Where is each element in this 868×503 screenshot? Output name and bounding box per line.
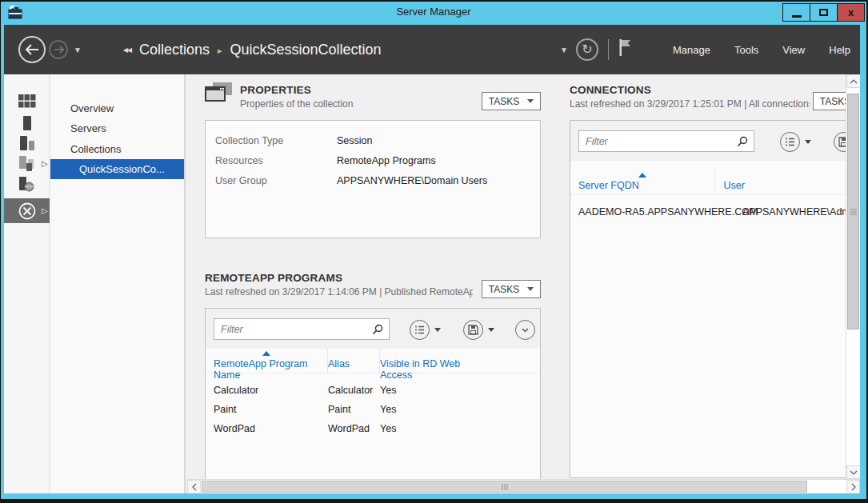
menu-help[interactable]: Help bbox=[829, 44, 850, 56]
scroll-left-button[interactable] bbox=[187, 480, 201, 493]
menu-view[interactable]: View bbox=[782, 44, 805, 56]
sidebar-item-remote-desktop-services[interactable]: ▷ bbox=[4, 198, 50, 223]
properties-panel-icon bbox=[205, 82, 234, 108]
forward-arrow-icon bbox=[54, 46, 64, 54]
window-title: Server Manager bbox=[1, 6, 866, 18]
breadcrumb-collections[interactable]: Collections bbox=[139, 42, 210, 58]
remoteapp-row-wordpad[interactable]: WordPad WordPad Yes bbox=[206, 419, 540, 438]
remoteapp-row-paint[interactable]: Paint Paint Yes bbox=[206, 400, 540, 419]
remoteapp-toolbar bbox=[206, 309, 540, 349]
horizontal-scrollbar[interactable] bbox=[187, 479, 860, 493]
connections-box: Server FQDN User AADEMO-RA5.APPSANYWHERE… bbox=[570, 120, 860, 478]
property-value: Session bbox=[337, 135, 372, 146]
window-controls: x bbox=[783, 3, 865, 22]
list-view-icon[interactable] bbox=[410, 320, 430, 340]
connections-filter-input[interactable] bbox=[578, 130, 754, 152]
iis-icon bbox=[19, 177, 34, 192]
chevron-down-icon bbox=[527, 287, 534, 291]
scroll-right-button[interactable] bbox=[846, 480, 860, 493]
remoteapp-filter-input[interactable] bbox=[214, 318, 390, 340]
sidebar-item-all-servers[interactable] bbox=[4, 133, 50, 154]
chevron-down-icon[interactable] bbox=[434, 328, 441, 332]
column-header-remoteapp-program-name[interactable]: RemoteApp Program Name bbox=[206, 349, 328, 373]
sidebar-item-file-and-storage-services[interactable]: ▷ bbox=[4, 153, 50, 174]
column-header-alias[interactable]: Alias bbox=[328, 349, 380, 373]
collapse-panel-icon[interactable] bbox=[515, 320, 535, 340]
column-header-user[interactable]: User bbox=[715, 170, 860, 194]
vertical-scroll-thumb[interactable] bbox=[847, 94, 859, 329]
property-label: User Group bbox=[215, 175, 337, 186]
breadcrumb-collapse-icon[interactable]: ◂◂ bbox=[123, 44, 131, 55]
property-value: RemoteApp Programs bbox=[337, 155, 436, 166]
remoteapp-tasks-button[interactable]: TASKS bbox=[482, 280, 541, 298]
sidebar-item-overview[interactable]: Overview bbox=[50, 98, 184, 118]
cell-visible: Yes bbox=[380, 385, 492, 396]
breadcrumb-separator-icon: ▸ bbox=[218, 46, 222, 56]
cell-alias: WordPad bbox=[328, 423, 380, 434]
notifications-flag-icon[interactable] bbox=[618, 38, 631, 61]
remoteapp-box: RemoteApp Program Name Alias Visible in … bbox=[205, 308, 541, 486]
connections-toolbar bbox=[570, 121, 860, 161]
cell-user: APPSANYWHERE\Administrator bbox=[734, 206, 860, 218]
remoteapp-row-calculator[interactable]: Calculator Calculator Yes bbox=[206, 381, 540, 400]
sidebar-item-collections[interactable]: Collections bbox=[50, 139, 184, 159]
save-query-icon[interactable] bbox=[463, 320, 483, 340]
minimize-button[interactable] bbox=[782, 3, 810, 22]
forward-button[interactable] bbox=[49, 40, 68, 59]
breadcrumb: ◂◂ Collections ▸ QuickSessionCollection bbox=[123, 42, 382, 58]
chevron-down-icon[interactable] bbox=[488, 328, 494, 332]
expand-arrow-icon[interactable]: ▷ bbox=[42, 159, 48, 168]
tasks-label: TASKS bbox=[489, 96, 519, 107]
refresh-button[interactable]: ↻ bbox=[576, 38, 598, 61]
cell-program-name: WordPad bbox=[206, 423, 328, 434]
maximize-icon bbox=[819, 9, 828, 16]
tasks-label: TASKS bbox=[489, 284, 519, 295]
properties-tasks-button[interactable]: TASKS bbox=[482, 92, 541, 110]
notifications-caret[interactable]: ▼ bbox=[560, 46, 568, 54]
expand-arrow-icon[interactable]: ▷ bbox=[42, 206, 48, 215]
vertical-scrollbar[interactable] bbox=[846, 74, 860, 479]
column-header-server-fqdn[interactable]: Server FQDN bbox=[570, 170, 715, 194]
scroll-down-button[interactable] bbox=[846, 465, 860, 479]
menu-manage[interactable]: Manage bbox=[673, 44, 710, 56]
cell-visible: Yes bbox=[380, 404, 492, 415]
sidebar-item-servers[interactable]: Servers bbox=[50, 118, 184, 138]
server-manager-window: Server Manager x ▼ ◂◂ Collections bbox=[0, 1, 867, 500]
cell-server-fqdn: AADEMO-RA5.APPSANYWHERE.COM bbox=[570, 206, 734, 218]
sidebar-item-dashboard[interactable] bbox=[4, 90, 50, 111]
rds-side-nav: Overview Servers Collections QuickSessio… bbox=[50, 74, 186, 493]
app-body: ▷ ▷ Overview Servers bbox=[4, 74, 860, 493]
chevron-down-icon bbox=[527, 99, 534, 103]
sidebar-item-quicksessioncollection[interactable]: QuickSessionCo... bbox=[50, 159, 184, 179]
connections-grid-header: Server FQDN User bbox=[570, 170, 860, 195]
chevron-down-icon[interactable] bbox=[805, 140, 811, 144]
properties-panel-header: PROPERTIES Properties of the collection … bbox=[205, 84, 541, 110]
horizontal-scroll-thumb[interactable] bbox=[202, 481, 807, 493]
module-icon-strip: ▷ ▷ bbox=[4, 74, 50, 493]
maximize-button[interactable] bbox=[810, 3, 838, 22]
close-button[interactable]: x bbox=[837, 3, 865, 22]
properties-box: Collection Type Session Resources Remote… bbox=[205, 120, 541, 238]
connections-panel-header: CONNECTIONS Last refreshed on 3/29/2017 … bbox=[570, 84, 860, 110]
remoteapp-grid-header: RemoteApp Program Name Alias Visible in … bbox=[206, 349, 540, 373]
history-dropdown-caret[interactable]: ▼ bbox=[74, 46, 82, 54]
back-button[interactable] bbox=[18, 36, 46, 63]
remote-desktop-services-icon bbox=[18, 202, 36, 220]
chevron-down-icon bbox=[850, 470, 858, 475]
column-header-visible-rd-web[interactable]: Visible in RD Web Access bbox=[380, 349, 492, 373]
back-arrow-icon bbox=[25, 44, 39, 55]
list-view-icon[interactable] bbox=[780, 132, 800, 152]
local-server-icon bbox=[23, 116, 31, 130]
sidebar-item-iis[interactable] bbox=[4, 174, 50, 194]
minimize-icon bbox=[792, 15, 802, 18]
property-label: Resources bbox=[215, 155, 337, 166]
file-storage-services-icon bbox=[19, 156, 34, 171]
breadcrumb-current[interactable]: QuickSessionCollection bbox=[230, 42, 382, 58]
cell-program-name: Calculator bbox=[206, 385, 328, 396]
remoteapp-subtitle: Last refreshed on 3/29/2017 1:14:06 PM |… bbox=[205, 286, 473, 297]
sidebar-item-local-server[interactable] bbox=[4, 113, 50, 134]
cell-program-name: Paint bbox=[206, 404, 328, 415]
menu-tools[interactable]: Tools bbox=[734, 44, 758, 56]
scroll-up-button[interactable] bbox=[846, 74, 860, 88]
connections-row[interactable]: AADEMO-RA5.APPSANYWHERE.COM APPSANYWHERE… bbox=[570, 202, 860, 222]
